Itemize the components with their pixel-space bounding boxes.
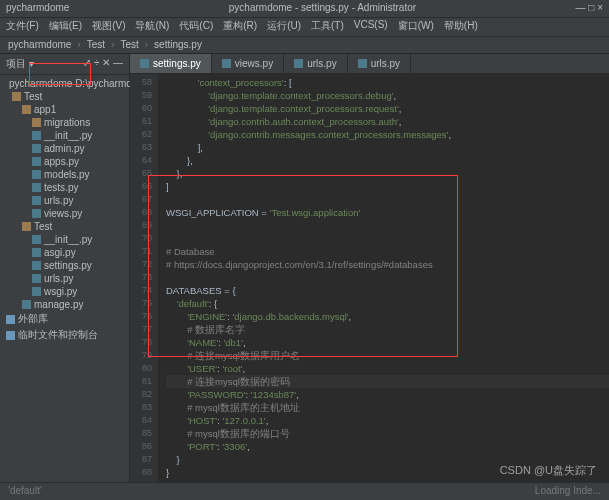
menu-item[interactable]: 帮助(H): [444, 19, 478, 35]
code-line[interactable]: # mysql数据库的端口号: [166, 427, 609, 440]
py-icon: [32, 274, 41, 283]
crumb-item[interactable]: Test: [120, 39, 138, 51]
menu-item[interactable]: 运行(U): [267, 19, 301, 35]
tree-label: migrations: [44, 117, 90, 128]
tree-label: wsgi.py: [44, 286, 77, 297]
tree-node[interactable]: settings.py: [0, 259, 129, 272]
code-line[interactable]: ],: [166, 141, 609, 154]
menu-item[interactable]: 导航(N): [135, 19, 169, 35]
tree-node[interactable]: migrations: [0, 116, 129, 129]
code-line[interactable]: 'django.contrib.messages.context_process…: [166, 128, 609, 141]
editor-tab[interactable]: settings.py: [130, 54, 212, 73]
code-line[interactable]: # Database: [166, 245, 609, 258]
tree-node[interactable]: wsgi.py: [0, 285, 129, 298]
code-line[interactable]: 'django.template.context_processors.debu…: [166, 89, 609, 102]
py-icon: [22, 300, 31, 309]
sidebar-title: 项目 ▾: [6, 57, 34, 71]
code-line[interactable]: 'PASSWORD': '1234sb87',: [166, 388, 609, 401]
tree-label: manage.py: [34, 299, 83, 310]
tree-node[interactable]: Test: [0, 90, 129, 103]
code-line[interactable]: DATABASES = {: [166, 284, 609, 297]
fold-icon: [32, 118, 41, 127]
tree-node[interactable]: 临时文件和控制台: [0, 327, 129, 343]
code-line[interactable]: WSGI_APPLICATION = 'Test.wsgi.applicatio…: [166, 206, 609, 219]
code-line[interactable]: # 数据库名字: [166, 323, 609, 336]
menu-item[interactable]: VCS(S): [354, 19, 388, 35]
code-line[interactable]: # 连接mysql数据库用户名: [166, 349, 609, 362]
tree-node[interactable]: 外部库: [0, 311, 129, 327]
tree-label: settings.py: [44, 260, 92, 271]
menu-item[interactable]: 编辑(E): [49, 19, 82, 35]
code-line[interactable]: [166, 271, 609, 284]
tree-node[interactable]: admin.py: [0, 142, 129, 155]
tree-node[interactable]: models.py: [0, 168, 129, 181]
code-line[interactable]: 'django.contrib.auth.context_processors.…: [166, 115, 609, 128]
code-line[interactable]: # https://docs.djangoproject.com/en/3.1/…: [166, 258, 609, 271]
project-sidebar[interactable]: 项目 ▾ ⤢ ÷ ✕ — pycharmdome D:\pycharmdomeT…: [0, 54, 130, 482]
line-gutter: 5859606162636465666768697071727374757677…: [130, 74, 158, 482]
window-title: pycharmdome - settings.py - Administrato…: [229, 2, 416, 15]
menu-item[interactable]: 代码(C): [179, 19, 213, 35]
tree-node[interactable]: urls.py: [0, 194, 129, 207]
editor-area: settings.pyviews.pyurls.pyurls.py 585960…: [130, 54, 609, 482]
py-icon: [140, 59, 149, 68]
code-line[interactable]: 'django.template.context_processors.requ…: [166, 102, 609, 115]
tree-node[interactable]: app1: [0, 103, 129, 116]
tree-node[interactable]: __init__.py: [0, 233, 129, 246]
tree-node[interactable]: pycharmdome D:\pycharmdome: [0, 77, 129, 90]
code-line[interactable]: 'context_processors': [: [166, 76, 609, 89]
py-icon: [32, 235, 41, 244]
code-line[interactable]: 'PORT': '3306',: [166, 440, 609, 453]
code-line[interactable]: 'USER': 'root',: [166, 362, 609, 375]
tree-label: views.py: [44, 208, 82, 219]
py-icon: [32, 248, 41, 257]
tree-label: 临时文件和控制台: [18, 328, 98, 342]
py-icon: [32, 261, 41, 270]
py-icon: [32, 144, 41, 153]
menu-item[interactable]: 文件(F): [6, 19, 39, 35]
sidebar-tools[interactable]: ⤢ ÷ ✕ —: [83, 57, 123, 71]
menu-bar[interactable]: 文件(F)编辑(E)视图(V)导航(N)代码(C)重构(R)运行(U)工具(T)…: [0, 18, 609, 36]
py-icon: [32, 196, 41, 205]
code-editor[interactable]: 'context_processors': [ 'django.template…: [158, 74, 609, 482]
code-line[interactable]: },: [166, 167, 609, 180]
tree-node[interactable]: asgi.py: [0, 246, 129, 259]
tree-node[interactable]: manage.py: [0, 298, 129, 311]
code-line[interactable]: [166, 219, 609, 232]
editor-tab[interactable]: views.py: [212, 54, 284, 73]
editor-tab[interactable]: urls.py: [284, 54, 347, 73]
code-line[interactable]: # mysql数据库的主机地址: [166, 401, 609, 414]
tree-label: Test: [24, 91, 42, 102]
editor-tabs[interactable]: settings.pyviews.pyurls.pyurls.py: [130, 54, 609, 74]
code-line[interactable]: 'ENGINE': 'django.db.backends.mysql',: [166, 310, 609, 323]
crumb-item[interactable]: Test: [87, 39, 105, 51]
tree-label: tests.py: [44, 182, 78, 193]
tab-label: urls.py: [371, 58, 400, 69]
code-line[interactable]: },: [166, 154, 609, 167]
code-line[interactable]: [166, 232, 609, 245]
menu-item[interactable]: 重构(R): [223, 19, 257, 35]
code-line[interactable]: [166, 193, 609, 206]
code-line[interactable]: 'default': {: [166, 297, 609, 310]
menu-item[interactable]: 工具(T): [311, 19, 344, 35]
code-line[interactable]: 'HOST': '127.0.0.1',: [166, 414, 609, 427]
tree-node[interactable]: tests.py: [0, 181, 129, 194]
code-line[interactable]: 'NAME': 'db1',: [166, 336, 609, 349]
code-line[interactable]: # 连接mysql数据的密码: [166, 375, 609, 388]
window-controls[interactable]: — □ ×: [576, 2, 603, 15]
tree-node[interactable]: Test: [0, 220, 129, 233]
py-icon: [32, 183, 41, 192]
menu-item[interactable]: 视图(V): [92, 19, 125, 35]
code-line[interactable]: ]: [166, 180, 609, 193]
editor-tab[interactable]: urls.py: [348, 54, 411, 73]
breadcrumb[interactable]: pycharmdome›Test›Test›settings.py: [0, 36, 609, 54]
tree-node[interactable]: apps.py: [0, 155, 129, 168]
fold-icon: [12, 92, 21, 101]
tree-node[interactable]: views.py: [0, 207, 129, 220]
tree-node[interactable]: __init__.py: [0, 129, 129, 142]
menu-item[interactable]: 窗口(W): [398, 19, 434, 35]
tree-node[interactable]: urls.py: [0, 272, 129, 285]
crumb-item[interactable]: pycharmdome: [8, 39, 71, 51]
context-crumb: 'default': [8, 485, 42, 498]
crumb-item[interactable]: settings.py: [154, 39, 202, 51]
